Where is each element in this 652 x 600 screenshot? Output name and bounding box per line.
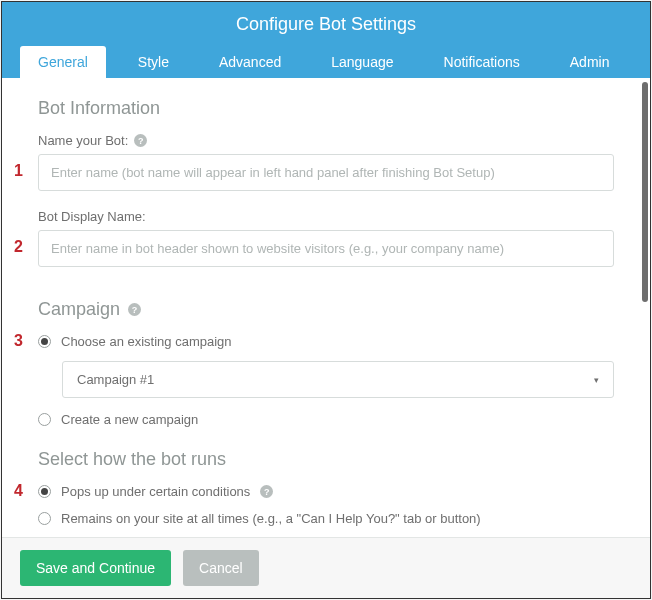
tab-admin[interactable]: Admin bbox=[552, 46, 628, 78]
campaign-create-row[interactable]: Create a new campaign bbox=[38, 412, 614, 427]
radio-run-remain[interactable] bbox=[38, 512, 51, 525]
run-popup-label: Pops up under certain conditions bbox=[61, 484, 250, 499]
cancel-button[interactable]: Cancel bbox=[183, 550, 259, 586]
dialog-body[interactable]: Bot Information Name your Bot: ? 1 Bot D… bbox=[2, 78, 650, 537]
tab-advanced[interactable]: Advanced bbox=[201, 46, 299, 78]
campaign-title-text: Campaign bbox=[38, 299, 120, 320]
bot-name-label-text: Name your Bot: bbox=[38, 133, 128, 148]
radio-campaign-existing[interactable] bbox=[38, 335, 51, 348]
dialog-header: Configure Bot Settings General Style Adv… bbox=[2, 2, 650, 78]
campaign-select[interactable]: Campaign #1 ▾ bbox=[62, 361, 614, 398]
chevron-down-icon: ▾ bbox=[594, 375, 599, 385]
help-icon[interactable]: ? bbox=[128, 303, 141, 316]
campaign-existing-row[interactable]: Choose an existing campaign bbox=[38, 334, 614, 349]
campaign-existing-label: Choose an existing campaign bbox=[61, 334, 232, 349]
tab-general[interactable]: General bbox=[20, 46, 106, 78]
campaign-create-label: Create a new campaign bbox=[61, 412, 198, 427]
bot-display-input[interactable] bbox=[38, 230, 614, 267]
scrollbar-thumb[interactable] bbox=[642, 82, 648, 302]
run-remain-label: Remains on your site at all times (e.g.,… bbox=[61, 511, 481, 526]
radio-campaign-create[interactable] bbox=[38, 413, 51, 426]
step-marker-2: 2 bbox=[14, 238, 23, 256]
help-icon[interactable]: ? bbox=[134, 134, 147, 147]
bot-name-label: Name your Bot: ? bbox=[38, 133, 614, 148]
campaign-select-value: Campaign #1 bbox=[77, 372, 154, 387]
section-run-title: Select how the bot runs bbox=[38, 449, 614, 470]
run-remain-row[interactable]: Remains on your site at all times (e.g.,… bbox=[38, 511, 614, 526]
config-dialog: Configure Bot Settings General Style Adv… bbox=[1, 1, 651, 599]
bot-name-input[interactable] bbox=[38, 154, 614, 191]
section-campaign-title: Campaign ? bbox=[38, 299, 614, 320]
bot-display-label: Bot Display Name: bbox=[38, 209, 614, 224]
section-bot-info-title: Bot Information bbox=[38, 98, 614, 119]
tab-notifications[interactable]: Notifications bbox=[426, 46, 538, 78]
tab-language[interactable]: Language bbox=[313, 46, 411, 78]
tab-style[interactable]: Style bbox=[120, 46, 187, 78]
save-button[interactable]: Save and Continue bbox=[20, 550, 171, 586]
help-icon[interactable]: ? bbox=[260, 485, 273, 498]
run-popup-row[interactable]: Pops up under certain conditions ? bbox=[38, 484, 614, 499]
step-marker-4: 4 bbox=[14, 482, 23, 500]
step-marker-3: 3 bbox=[14, 332, 23, 350]
dialog-title: Configure Bot Settings bbox=[2, 14, 650, 38]
tabs-bar: General Style Advanced Language Notifica… bbox=[2, 46, 650, 78]
step-marker-1: 1 bbox=[14, 162, 23, 180]
radio-run-popup[interactable] bbox=[38, 485, 51, 498]
bot-display-label-text: Bot Display Name: bbox=[38, 209, 146, 224]
dialog-footer: Save and Continue Cancel bbox=[2, 537, 650, 598]
